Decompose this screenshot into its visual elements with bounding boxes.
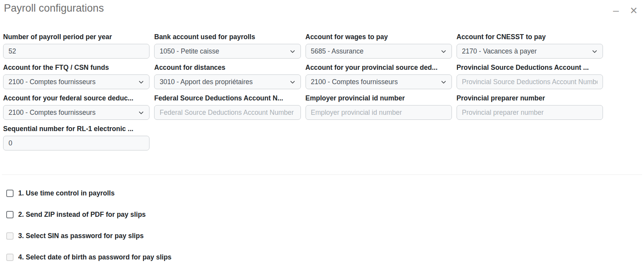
- field-label: Provincial preparer number: [457, 94, 603, 102]
- field-account-cnesst-to-pay: Account for CNESST to pay2170 - Vacances…: [457, 33, 603, 59]
- field-account-wages-to-pay: Account for wages to pay5685 - Assurance: [306, 33, 452, 59]
- chevron-down-icon: [441, 48, 447, 54]
- provincial-source-deductions-account-number-input[interactable]: [457, 74, 603, 89]
- field-account-ftq-csn-funds: Account for the FTQ / CSN funds2100 - Co…: [3, 64, 149, 89]
- field-label: Sequential number for RL-1 electronic ..…: [3, 125, 149, 133]
- dob-as-password-checkbox: [6, 254, 14, 261]
- chevron-down-icon: [138, 110, 144, 116]
- bank-account-for-payrolls-select[interactable]: 1050 - Petite caisse: [154, 44, 301, 59]
- titlebar: Payroll configurations – ✕: [0, 0, 644, 16]
- window-controls: – ✕: [613, 5, 638, 16]
- sequential-number-rl1-electronic-input[interactable]: [3, 136, 149, 150]
- account-federal-source-deductions-select[interactable]: 2100 - Comptes fournisseurs: [3, 105, 149, 120]
- window-title: Payroll configurations: [4, 2, 104, 14]
- section-divider: [2, 175, 642, 175]
- account-ftq-csn-funds-select[interactable]: 2100 - Comptes fournisseurs: [3, 74, 149, 89]
- chevron-down-icon: [592, 48, 598, 54]
- minimize-icon[interactable]: –: [613, 5, 619, 16]
- field-federal-source-deductions-account-number: Federal Source Deductions Account N...: [154, 94, 301, 120]
- account-cnesst-to-pay-select[interactable]: 2170 - Vacances à payer: [457, 44, 603, 59]
- field-label: Account for distances: [154, 64, 301, 72]
- option-row-use-time-control: 1. Use time control in payrolls: [6, 189, 644, 197]
- selected-value: 2100 - Comptes fournisseurs: [9, 109, 96, 117]
- field-payroll-periods-per-year: Number of payroll period per year: [3, 33, 149, 59]
- selected-value: 3010 - Apport des propriétaires: [160, 78, 252, 86]
- payroll-config-form: Number of payroll period per yearBank ac…: [3, 33, 603, 150]
- account-provincial-source-deductions-select[interactable]: 2100 - Comptes fournisseurs: [306, 74, 452, 89]
- option-label: 1. Use time control in payrolls: [18, 189, 115, 197]
- field-label: Account for your provincial source ded..…: [306, 64, 452, 72]
- field-label: Federal Source Deductions Account N...: [154, 94, 301, 102]
- employer-provincial-id-number-input[interactable]: [306, 105, 452, 120]
- provincial-preparer-number-input[interactable]: [457, 105, 603, 120]
- account-for-distances-select[interactable]: 3010 - Apport des propriétaires: [154, 74, 301, 89]
- sin-as-password-checkbox: [6, 232, 14, 240]
- field-account-provincial-source-deductions: Account for your provincial source ded..…: [306, 64, 452, 89]
- field-account-for-distances: Account for distances3010 - Apport des p…: [154, 64, 301, 89]
- close-icon[interactable]: ✕: [630, 6, 638, 16]
- selected-value: 2100 - Comptes fournisseurs: [311, 78, 398, 86]
- payroll-periods-per-year-input[interactable]: [3, 44, 149, 59]
- field-label: Account for wages to pay: [306, 33, 452, 41]
- field-label: Number of payroll period per year: [3, 33, 149, 41]
- field-employer-provincial-id-number: Employer provincial id number: [306, 94, 452, 120]
- payroll-options-list: 1. Use time control in payrolls2. Send Z…: [6, 189, 644, 261]
- field-provincial-preparer-number: Provincial preparer number: [457, 94, 603, 120]
- field-label: Account for the FTQ / CSN funds: [3, 64, 149, 72]
- option-row-dob-as-password: 4. Select date of birth as password for …: [6, 253, 644, 261]
- field-bank-account-for-payrolls: Bank account used for payrolls1050 - Pet…: [154, 33, 301, 59]
- option-row-sin-as-password: 3. Select SIN as password for pay slips: [6, 232, 644, 240]
- option-label: 2. Send ZIP instead of PDF for pay slips: [18, 211, 146, 219]
- field-label: Provincial Source Deductions Account ...: [457, 64, 603, 72]
- federal-source-deductions-account-number-input[interactable]: [154, 105, 301, 120]
- chevron-down-icon: [441, 79, 447, 85]
- chevron-down-icon: [290, 79, 295, 85]
- option-label: 3. Select SIN as password for pay slips: [18, 232, 144, 240]
- selected-value: 5685 - Assurance: [311, 47, 364, 55]
- field-label: Account for CNESST to pay: [457, 33, 603, 41]
- field-label: Bank account used for payrolls: [154, 33, 301, 41]
- selected-value: 1050 - Petite caisse: [160, 47, 219, 55]
- account-wages-to-pay-select[interactable]: 5685 - Assurance: [306, 44, 452, 59]
- option-label: 4. Select date of birth as password for …: [18, 253, 172, 261]
- field-sequential-number-rl1-electronic: Sequential number for RL-1 electronic ..…: [3, 125, 149, 150]
- option-row-send-zip-instead-of-pdf: 2. Send ZIP instead of PDF for pay slips: [6, 211, 644, 219]
- field-label: Employer provincial id number: [306, 94, 452, 102]
- send-zip-instead-of-pdf-checkbox[interactable]: [6, 211, 14, 218]
- field-provincial-source-deductions-account-number: Provincial Source Deductions Account ...: [457, 64, 603, 89]
- selected-value: 2100 - Comptes fournisseurs: [9, 78, 96, 86]
- chevron-down-icon: [290, 48, 295, 54]
- chevron-down-icon: [138, 79, 144, 85]
- selected-value: 2170 - Vacances à payer: [462, 47, 537, 55]
- use-time-control-checkbox[interactable]: [6, 190, 14, 197]
- field-label: Account for your federal source deduc...: [3, 94, 149, 102]
- field-account-federal-source-deductions: Account for your federal source deduc...…: [3, 94, 149, 120]
